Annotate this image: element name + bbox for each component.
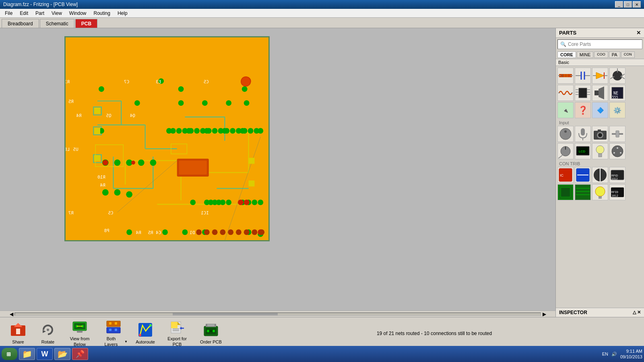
- close-button[interactable]: ✕: [633, 1, 641, 8]
- cat-core[interactable]: CORE: [557, 51, 576, 58]
- part-icon-slider[interactable]: [609, 126, 625, 142]
- part-icon-resistor[interactable]: [557, 68, 574, 84]
- svg-point-111: [206, 128, 212, 134]
- part-icon-contrib1[interactable]: IC: [557, 167, 574, 183]
- order-pcb-button[interactable]: Order PCB: [195, 320, 227, 347]
- minimize-button[interactable]: _: [615, 1, 623, 8]
- svg-point-112: [212, 128, 218, 134]
- inspector-title: INSPECTOR: [559, 310, 587, 315]
- svg-text:R4: R4: [100, 183, 105, 188]
- taskbar-app-word[interactable]: W: [37, 348, 53, 360]
- maximize-button[interactable]: □: [624, 1, 632, 8]
- part-icon-stripboard[interactable]: [575, 184, 591, 200]
- taskbar-app-fritzing[interactable]: 📌: [72, 348, 88, 360]
- svg-point-115: [230, 128, 235, 134]
- menu-edit[interactable]: Edit: [17, 10, 31, 17]
- part-icon-inductor[interactable]: [557, 85, 574, 101]
- tab-pcb[interactable]: PCB: [75, 19, 97, 28]
- part-icon-rfid[interactable]: RFID 1012: [609, 167, 625, 183]
- pcb-board[interactable]: R13 C7 E3 C5 R5 R4 Q5 Q4 LED1 U5 IC1 R10…: [64, 36, 270, 241]
- part-icon-speaker[interactable]: [592, 85, 608, 101]
- part-icon-contrib2[interactable]: [575, 167, 591, 183]
- autoroute-button[interactable]: Autoroute: [131, 320, 159, 347]
- part-icon-light[interactable]: [592, 184, 608, 200]
- part-icon-camera[interactable]: [592, 126, 608, 142]
- svg-text:C7: C7: [124, 79, 129, 84]
- svg-point-225: [149, 324, 152, 327]
- menu-help[interactable]: Help: [114, 10, 131, 17]
- title-bar: Diagram.fzz - Fritzing - [PCB View] _ □ …: [0, 0, 644, 9]
- tab-breadboard[interactable]: Breadboard: [2, 19, 39, 28]
- tab-schematic[interactable]: Schematic: [40, 19, 74, 28]
- part-icon-knob2[interactable]: [609, 143, 625, 159]
- svg-point-169: [598, 133, 602, 137]
- part-icon-logo2[interactable]: 🔷: [592, 102, 608, 118]
- parts-close-icon[interactable]: ✕: [636, 30, 641, 36]
- svg-point-27: [242, 86, 248, 92]
- svg-point-126: [244, 229, 250, 235]
- part-icon-display[interactable]: LCD: [575, 143, 591, 159]
- taskbar-app-files[interactable]: 📂: [54, 348, 70, 360]
- dropdown-arrow-icon[interactable]: ▼: [124, 340, 128, 344]
- svg-text:IC1: IC1: [201, 210, 209, 216]
- taskbar-app-explorer[interactable]: 📁: [19, 348, 35, 360]
- menu-routing[interactable]: Routing: [91, 10, 114, 17]
- part-icon-logo1[interactable]: 🔌: [557, 102, 574, 118]
- part-icon-microphone[interactable]: [575, 126, 591, 142]
- search-input[interactable]: [568, 41, 640, 47]
- cat-contributed[interactable]: COO: [594, 51, 608, 58]
- part-icon-led[interactable]: [592, 68, 608, 84]
- menu-view[interactable]: View: [48, 10, 65, 17]
- canvas-area[interactable]: R13 C7 E3 C5 R5 R4 Q5 Q4 LED1 U5 IC1 R10…: [0, 28, 555, 311]
- svg-point-53: [126, 229, 132, 235]
- part-icon-contrib3[interactable]: [592, 167, 608, 183]
- part-icon-transistor[interactable]: [609, 68, 625, 84]
- part-icon-ic[interactable]: [575, 85, 591, 101]
- menu-part[interactable]: Part: [32, 10, 47, 17]
- svg-text:RFID: RFID: [611, 191, 618, 194]
- svg-point-120: [196, 229, 202, 235]
- windows-logo-icon: ⊞: [6, 351, 11, 357]
- view-below-icon: [71, 319, 88, 335]
- both-layers-button[interactable]: Both Layers ▼: [97, 320, 130, 347]
- volume-icon[interactable]: 🔊: [611, 352, 617, 357]
- cat-pa[interactable]: PA: [609, 51, 620, 58]
- part-icon-knob[interactable]: [557, 126, 574, 142]
- menu-file[interactable]: File: [2, 10, 16, 17]
- svg-point-31: [226, 100, 231, 106]
- cat-mine[interactable]: MINE: [577, 51, 594, 58]
- svg-text:RFID: RFID: [611, 174, 618, 177]
- svg-rect-208: [16, 329, 20, 334]
- window-controls: _ □ ✕: [615, 1, 641, 8]
- svg-point-64: [220, 200, 225, 205]
- start-button[interactable]: ⊞: [2, 348, 17, 360]
- scroll-left-button[interactable]: ◀: [8, 311, 14, 317]
- horizontal-scrollbar[interactable]: ◀ ▶: [0, 311, 555, 317]
- svg-rect-227: [171, 322, 178, 328]
- cat-contrib[interactable]: CON: [621, 51, 635, 58]
- part-icon-unknown[interactable]: ❓: [575, 102, 591, 118]
- part-icon-bulb[interactable]: [592, 143, 608, 159]
- parts-title: PARTS: [559, 30, 576, 36]
- svg-rect-82: [249, 181, 255, 187]
- part-icon-ne555[interactable]: NE 555: [609, 85, 625, 101]
- rotate-button[interactable]: Rotate: [34, 320, 62, 347]
- part-icon-logo3[interactable]: ⚙️: [609, 102, 625, 118]
- share-label: Share: [12, 339, 24, 345]
- scrollbar-thumb[interactable]: [173, 313, 278, 315]
- share-button[interactable]: Share: [4, 320, 32, 347]
- parts-row: 🔌 ❓ 🔷 ⚙️: [557, 102, 642, 118]
- part-icon-potentiometer[interactable]: [557, 143, 574, 159]
- menu-window[interactable]: Window: [66, 10, 90, 17]
- scrollbar-track[interactable]: [14, 313, 541, 316]
- part-icon-capacitor[interactable]: [575, 68, 591, 84]
- part-icon-board[interactable]: [557, 184, 574, 200]
- export-pcb-button[interactable]: Export for PCB: [161, 320, 193, 347]
- scroll-right-button[interactable]: ▶: [541, 311, 547, 317]
- part-icon-rfid2[interactable]: RFID1012: [609, 184, 625, 200]
- svg-point-201: [595, 187, 605, 196]
- parts-search-bar: 🔍: [557, 39, 642, 49]
- input-category-label: Input: [557, 119, 642, 126]
- view-below-button[interactable]: View from Below: [64, 320, 96, 347]
- svg-point-128: [259, 229, 264, 235]
